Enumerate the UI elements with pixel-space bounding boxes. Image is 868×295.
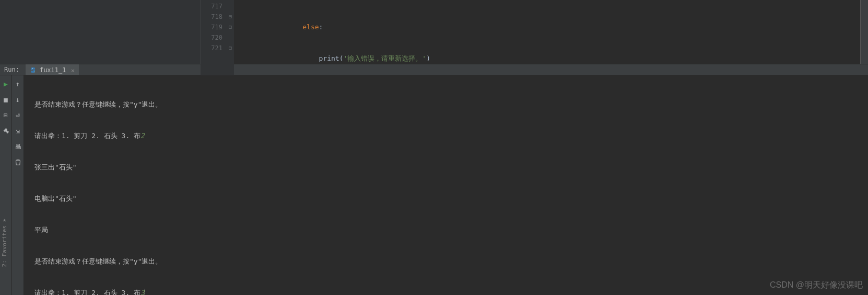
scroll-icon[interactable]: ⇲ <box>14 127 22 135</box>
right-gutter <box>860 0 868 64</box>
line-number[interactable]: 718 <box>201 12 222 22</box>
pin-icon[interactable] <box>2 127 10 135</box>
line-number[interactable]: 721 <box>201 43 222 53</box>
print-icon[interactable]: 🖶 <box>14 142 22 151</box>
output-line: 请出拳：1. 剪刀 2. 石头 3. 布2 <box>34 131 858 141</box>
run-tab-label: fuxi1_1 <box>40 66 66 74</box>
fold-start-icon[interactable]: ⊟ <box>227 43 234 53</box>
trash-icon[interactable] <box>14 158 22 166</box>
stop-icon[interactable]: ■ <box>2 95 10 104</box>
line-number[interactable]: 720 <box>201 32 222 43</box>
fold-start-icon[interactable]: ⊟ <box>227 22 234 32</box>
line-number[interactable]: 719 <box>201 22 222 32</box>
console-area: ▶ ■ ⊟ ↑ ↓ ⏎ ⇲ 🖶 是否结束游戏？任意键继续，按"y"退出。 请出拳… <box>0 75 868 295</box>
favorites-tab[interactable]: 2: Favorites ★ <box>0 214 9 269</box>
code-editor[interactable]: 717 718 719 720 721 ⊟ ⊟ ⊟ else: print('输… <box>201 0 860 64</box>
star-icon: ★ <box>1 217 8 223</box>
tool-column-2: ↑ ↓ ⏎ ⇲ 🖶 <box>12 75 24 295</box>
svg-point-1 <box>34 72 34 72</box>
watermark: CSDN @明天好像没课吧 <box>770 280 863 291</box>
output-line: 平局 <box>34 225 858 235</box>
wrap-icon[interactable]: ⏎ <box>14 111 22 119</box>
layout-icon[interactable]: ⊟ <box>2 111 10 119</box>
python-icon <box>30 66 37 74</box>
line-number[interactable]: 717 <box>201 1 222 12</box>
output-line: 张三出"石头" <box>34 162 858 173</box>
output-line: 是否结束游戏？任意键继续，按"y"退出。 <box>34 99 858 110</box>
editor-section: 717 718 719 720 721 ⊟ ⊟ ⊟ else: print('输… <box>0 0 868 64</box>
rerun-icon[interactable]: ▶ <box>2 80 10 88</box>
down-arrow-icon[interactable]: ↓ <box>14 95 22 104</box>
left-panel <box>0 0 201 64</box>
run-tab[interactable]: fuxi1_1 × <box>26 64 79 75</box>
up-arrow-icon[interactable]: ↑ <box>14 80 22 88</box>
output-line: 电脑出"石头" <box>34 194 858 204</box>
output-line: 是否结束游戏？任意键继续，按"y"退出。 <box>34 256 858 267</box>
output-line: 请出拳：1. 剪刀 2. 石头 3. 布3 <box>34 288 858 295</box>
fold-end-icon[interactable]: ⊟ <box>227 12 234 22</box>
close-icon[interactable]: × <box>71 66 75 74</box>
svg-point-0 <box>32 68 32 69</box>
run-label: Run: <box>0 66 26 73</box>
keyword-else: else <box>302 23 319 31</box>
console-output[interactable]: 是否结束游戏？任意键继续，按"y"退出。 请出拳：1. 剪刀 2. 石头 3. … <box>24 75 868 295</box>
